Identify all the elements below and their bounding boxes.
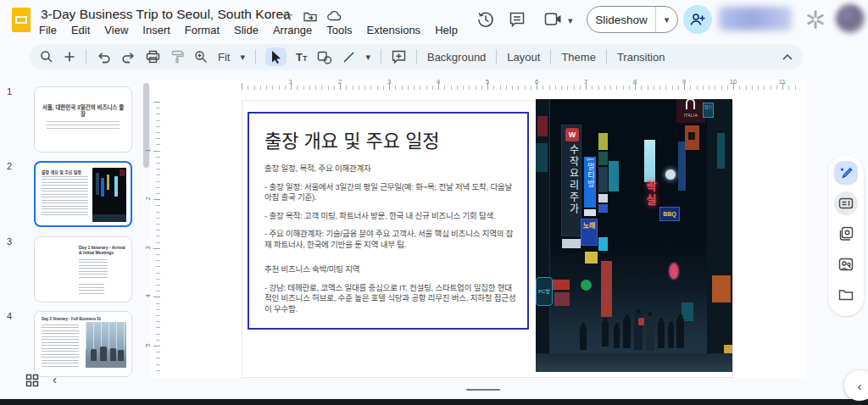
redo-icon[interactable] <box>121 51 136 64</box>
v-ruler-num: 3 <box>144 246 152 249</box>
slide-section-heading: 추천 비즈니스 숙박/미팅 지역 <box>264 264 519 275</box>
textbox-tool-icon[interactable]: TT <box>296 51 307 64</box>
toolbar-divider <box>416 49 417 64</box>
image-search-button[interactable] <box>834 252 858 276</box>
thumb2-body-lines <box>42 176 88 217</box>
theme-button[interactable]: Theme <box>561 51 595 64</box>
h-ruler-num: 4 <box>437 78 440 86</box>
slide-thumbnail-3[interactable]: Day 1 Itinerary - Arrival & Initial Meet… <box>34 236 132 302</box>
thumb1-body-lines <box>47 121 120 130</box>
zoom-select[interactable]: Fit <box>218 51 230 64</box>
spinner-logo-icon <box>805 9 826 30</box>
document-title[interactable]: 3-Day Business Trip to Seoul, South Kore… <box>41 7 291 22</box>
insert-comment-icon[interactable] <box>392 50 406 64</box>
share-person-add-button[interactable] <box>683 5 712 34</box>
menu-format[interactable]: Format <box>185 24 220 36</box>
layout-button[interactable]: Layout <box>507 51 540 64</box>
menu-file[interactable]: File <box>39 24 57 36</box>
menu-slide[interactable]: Slide <box>234 24 259 36</box>
menu-extensions[interactable]: Extensions <box>367 24 421 36</box>
slide-bullet-3: - 주요 이해관계자: 기술/금융 분야 주요 고객사, 서울 핵심 비즈니스 … <box>264 229 519 250</box>
toolbar-divider <box>255 49 256 64</box>
h-ruler-num: 2 <box>338 78 342 86</box>
folder-button[interactable] <box>834 283 858 307</box>
toolbar-divider <box>496 49 497 64</box>
photos-stack-button[interactable] <box>834 222 858 246</box>
gemini-create-image-button[interactable] <box>834 161 858 185</box>
h-ruler-num: 8 <box>633 78 637 86</box>
slide-body-text[interactable]: 출장 일정, 목적, 주요 이해관계자 - 출장 일정: 서울에서 3일간의 평… <box>264 164 519 314</box>
menu-insert[interactable]: Insert <box>142 24 170 36</box>
thumb2-image <box>92 168 126 222</box>
slide-intro: 출장 일정, 목적, 주요 이해관계자 <box>264 164 519 175</box>
menu-arrange[interactable]: Arrange <box>273 24 312 36</box>
undo-icon[interactable] <box>97 51 111 64</box>
shape-tool-icon[interactable] <box>317 50 332 64</box>
menu-view[interactable]: View <box>104 24 128 36</box>
comments-icon[interactable] <box>509 11 526 28</box>
toolbar-divider <box>606 49 607 64</box>
thumb4-body-lines <box>42 325 79 367</box>
camera-dropdown-caret[interactable]: ▾ <box>568 16 573 25</box>
star-icon[interactable]: ☆ <box>281 9 293 23</box>
h-ruler-num: 1 <box>289 78 292 86</box>
select-tool-icon[interactable] <box>265 47 287 66</box>
thumb1-title: 서울, 대한민국 3일간의 비즈니스 출장 <box>42 104 125 118</box>
h-ruler-num: 5 <box>486 78 489 86</box>
photo-tint-overlay <box>536 99 732 372</box>
zoom-add-icon[interactable] <box>64 51 75 63</box>
cloud-status-icon[interactable] <box>327 11 342 21</box>
thumb2-title: 출장 개요 및 주요 일정 <box>42 169 81 175</box>
slide-thumbnail-1[interactable]: 서울, 대한민국 3일간의 비즈니스 출장 <box>34 86 132 153</box>
share-button-blurred[interactable] <box>719 7 792 31</box>
h-ruler-num: 9 <box>682 78 686 86</box>
transition-button[interactable]: Transition <box>617 51 665 64</box>
menu-edit[interactable]: Edit <box>71 24 90 36</box>
move-folder-icon[interactable] <box>303 11 317 22</box>
h-ruler-num: 11 <box>779 78 786 86</box>
thumb4-photo <box>86 322 126 368</box>
filmstrip-scrollbar[interactable] <box>143 83 149 168</box>
panel-collapse-button[interactable]: ‹ <box>844 370 868 401</box>
slide-number-2: 2 <box>7 161 22 171</box>
slides-logo[interactable] <box>12 8 31 32</box>
slide-title[interactable]: 출장 개요 및 주요 일정 <box>264 125 512 153</box>
slide-section-bullet-1: - 강남: 테헤란로, 코엑스 일대를 중심으로 IT, 컨설팅, 스타트업이 … <box>264 283 519 315</box>
thumb3-title: Day 1 Itinerary - Arrival & Initial Meet… <box>79 245 126 255</box>
h-ruler-num: 6 <box>535 78 538 86</box>
toolbar-collapse-icon[interactable] <box>782 54 793 60</box>
slide-textbox-selected[interactable]: 출장 개요 및 주요 일정 출장 일정, 목적, 주요 이해관계자 - 출장 일… <box>248 112 529 330</box>
line-tool-icon[interactable] <box>342 51 355 64</box>
account-avatar-blurred[interactable] <box>836 4 865 33</box>
paint-format-icon[interactable] <box>170 50 184 64</box>
background-button[interactable]: Background <box>427 51 486 64</box>
search-menus-icon[interactable] <box>40 50 53 64</box>
slideshow-button[interactable]: Slideshow ▾ <box>587 6 678 33</box>
slide-bullet-1: - 출장 일정: 서울에서 3일간의 평일 근무일(예: 화~목; 전날 저녁 … <box>264 182 519 203</box>
meet-camera-icon[interactable] <box>544 12 563 26</box>
slide-image-seoul-night-street[interactable]: W 수작요리주가 Qplus 멀티방 노래 락실 BBQ ITALIA 담스 P… <box>536 99 732 372</box>
side-panel <box>828 155 864 316</box>
menu-help[interactable]: Help <box>435 24 458 36</box>
slide-thumbnail-2-selected[interactable]: 출장 개요 및 주요 일정 <box>34 161 132 227</box>
card-template-button[interactable] <box>834 191 858 215</box>
h-ruler-num: 7 <box>584 78 587 86</box>
bottom-edge-strip <box>0 399 868 405</box>
slide-thumbnail-4[interactable]: Day 2 Itinerary - Full Business Day in S… <box>34 311 132 377</box>
zoom-tool-icon[interactable] <box>194 50 208 64</box>
menu-tools[interactable]: Tools <box>326 24 352 36</box>
print-icon[interactable] <box>146 50 160 64</box>
slide-number-3: 3 <box>7 236 22 247</box>
google-slides-app: 3-Day Business Trip to Seoul, South Kore… <box>0 0 868 405</box>
speaker-notes-resize-handle[interactable] <box>466 389 500 391</box>
h-ruler-num: 3 <box>387 78 391 86</box>
version-history-icon[interactable] <box>476 10 495 29</box>
toolbar-divider <box>550 49 551 64</box>
toolbar: Fit ▾ TT ▾ Background Layout Theme Trans… <box>30 44 803 69</box>
slideshow-dropdown[interactable]: ▾ <box>655 7 677 32</box>
chevron-left-icon: ‹ <box>858 379 862 393</box>
filmstrip-collapse-chevron[interactable]: ‹ <box>53 372 57 386</box>
v-ruler-num: 5 <box>144 343 152 347</box>
grid-view-icon[interactable] <box>25 374 39 387</box>
toolbar-divider <box>381 49 381 64</box>
